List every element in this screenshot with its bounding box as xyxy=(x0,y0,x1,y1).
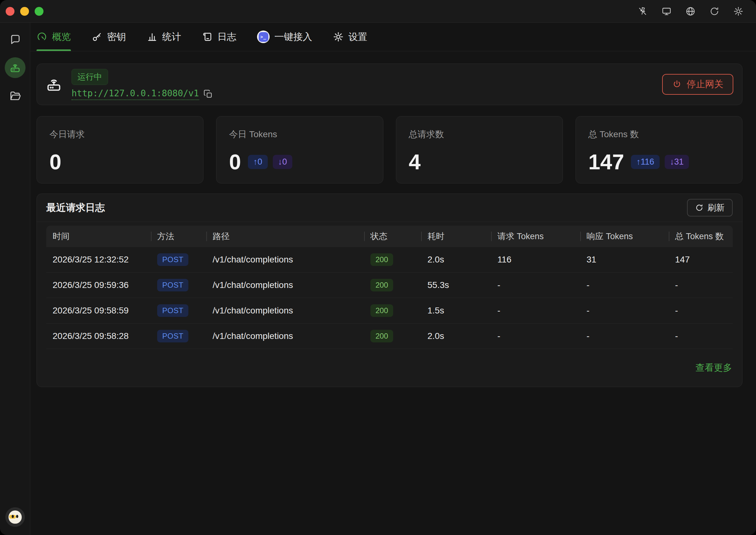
cell-time: 2026/3/25 09:58:28 xyxy=(46,331,151,341)
cell-path: /v1/chat/completions xyxy=(206,255,364,265)
folder-open-icon xyxy=(9,90,21,102)
minimize-window-button[interactable] xyxy=(20,7,29,16)
method-badge: POST xyxy=(157,279,188,292)
method-badge: POST xyxy=(157,253,188,266)
tab-label: 一键接入 xyxy=(274,31,312,43)
log-section-title: 最近请求日志 xyxy=(46,201,105,214)
status-badge: 运行中 xyxy=(72,69,108,85)
col-header-method: 方法 xyxy=(151,231,206,242)
sidebar-item-gateway-active[interactable] xyxy=(5,57,25,78)
terminal-logo-icon: >_ xyxy=(257,31,270,43)
cell-resp-tokens: - xyxy=(580,331,669,341)
tab-overview[interactable]: 概览 xyxy=(37,23,71,51)
refresh-icon xyxy=(695,204,703,212)
pin-off-icon[interactable] xyxy=(638,6,648,16)
table-row[interactable]: 2026/3/25 09:59:36 POST /v1/chat/complet… xyxy=(46,272,733,298)
tokens-up-badge: ↑0 xyxy=(248,155,268,169)
cell-resp-tokens: - xyxy=(580,280,669,290)
col-header-total-tokens: 总 Tokens 数 xyxy=(669,231,733,242)
cell-resp-tokens: 31 xyxy=(580,255,669,265)
refresh-button[interactable]: 刷新 xyxy=(687,199,733,216)
method-badge: POST xyxy=(157,304,188,317)
table-row[interactable]: 2026/3/25 09:58:28 POST /v1/chat/complet… xyxy=(46,324,733,349)
stats-row: 今日请求 0 今日 Tokens 0 ↑0 ↓0 xyxy=(37,116,742,183)
cell-duration: 2.0s xyxy=(421,331,491,341)
power-icon xyxy=(672,80,682,89)
stat-label: 今日 Tokens xyxy=(229,128,370,140)
gauge-icon xyxy=(37,32,47,42)
router-icon xyxy=(10,62,21,73)
tab-quick-connect[interactable]: >_ 一键接入 xyxy=(257,23,312,51)
col-header-resp-tokens: 响应 Tokens xyxy=(580,231,669,242)
refresh-icon[interactable] xyxy=(710,6,719,16)
stat-label: 今日请求 xyxy=(49,128,191,140)
mascot-face-icon xyxy=(9,510,22,524)
stat-card-today-tokens: 今日 Tokens 0 ↑0 ↓0 xyxy=(216,116,383,183)
tab-settings[interactable]: 设置 xyxy=(333,23,367,51)
app-window: 概览 密钥 统计 xyxy=(0,0,756,535)
bar-chart-icon xyxy=(147,32,158,42)
close-window-button[interactable] xyxy=(6,7,15,16)
sidebar-item-chat[interactable] xyxy=(9,33,21,45)
router-icon xyxy=(46,76,62,93)
log-table: 时间 方法 路径 状态 耗时 请求 Tokens 响应 Tokens 总 Tok… xyxy=(37,222,742,349)
key-icon xyxy=(92,32,103,42)
status-code-badge: 200 xyxy=(371,279,393,292)
mascot-avatar[interactable] xyxy=(5,507,25,527)
status-code-badge: 200 xyxy=(371,330,393,342)
globe-icon[interactable] xyxy=(685,6,696,16)
tab-logs[interactable]: 日志 xyxy=(202,23,236,51)
zoom-window-button[interactable] xyxy=(35,7,44,16)
cell-path: /v1/chat/completions xyxy=(206,280,364,290)
sidebar-item-files[interactable] xyxy=(9,90,21,102)
cell-time: 2026/3/25 12:32:52 xyxy=(46,255,151,265)
col-header-status: 状态 xyxy=(364,231,421,242)
tokens-down-badge: ↓31 xyxy=(665,155,689,169)
cell-req-tokens: - xyxy=(491,306,580,316)
table-row[interactable]: 2026/3/25 09:58:59 POST /v1/chat/complet… xyxy=(46,298,733,324)
table-row[interactable]: 2026/3/25 12:32:52 POST /v1/chat/complet… xyxy=(46,247,733,272)
method-badge: POST xyxy=(157,330,188,342)
gear-icon xyxy=(333,32,344,42)
cell-total-tokens: 147 xyxy=(669,255,733,265)
gear-icon[interactable] xyxy=(733,6,743,16)
stat-value: 0 xyxy=(229,151,241,173)
cell-total-tokens: - xyxy=(669,306,733,316)
gateway-url-link[interactable]: http://127.0.0.1:8080/v1 xyxy=(72,88,199,100)
stat-card-today-requests: 今日请求 0 xyxy=(37,116,203,183)
cell-req-tokens: - xyxy=(491,280,580,290)
overview-content: 运行中 http://127.0.0.1:8080/v1 xyxy=(30,51,756,535)
cell-resp-tokens: - xyxy=(580,306,669,316)
copy-icon[interactable] xyxy=(203,89,213,99)
stat-value: 4 xyxy=(409,151,421,173)
sidebar xyxy=(0,23,30,535)
stop-gateway-button[interactable]: 停止网关 xyxy=(662,74,733,95)
stat-value: 147 xyxy=(589,151,624,173)
col-header-time: 时间 xyxy=(46,231,151,242)
tokens-down-badge: ↓0 xyxy=(273,155,293,169)
stat-card-total-requests: 总请求数 4 xyxy=(396,116,563,183)
tab-stats[interactable]: 统计 xyxy=(147,23,181,51)
tab-keys[interactable]: 密钥 xyxy=(92,23,126,51)
monitor-icon[interactable] xyxy=(661,6,672,16)
stat-label: 总 Tokens 数 xyxy=(589,128,730,140)
view-more-link[interactable]: 查看更多 xyxy=(696,362,732,374)
refresh-label: 刷新 xyxy=(708,202,724,213)
stat-label: 总请求数 xyxy=(409,128,550,140)
scroll-icon xyxy=(202,32,213,42)
stat-card-total-tokens: 总 Tokens 数 147 ↑116 ↓31 xyxy=(576,116,742,183)
tabbar: 概览 密钥 统计 xyxy=(30,23,756,51)
stat-value: 0 xyxy=(49,151,61,173)
cell-duration: 2.0s xyxy=(421,255,491,265)
cell-time: 2026/3/25 09:59:36 xyxy=(46,280,151,290)
stop-gateway-label: 停止网关 xyxy=(687,78,723,91)
cell-req-tokens: - xyxy=(491,331,580,341)
gateway-status-card: 运行中 http://127.0.0.1:8080/v1 xyxy=(37,64,742,105)
cell-time: 2026/3/25 09:58:59 xyxy=(46,306,151,316)
col-header-duration: 耗时 xyxy=(421,231,491,242)
col-header-path: 路径 xyxy=(206,231,364,242)
cell-path: /v1/chat/completions xyxy=(206,306,364,316)
status-code-badge: 200 xyxy=(371,304,393,317)
cell-total-tokens: - xyxy=(669,331,733,341)
table-header-row: 时间 方法 路径 状态 耗时 请求 Tokens 响应 Tokens 总 Tok… xyxy=(46,226,733,247)
